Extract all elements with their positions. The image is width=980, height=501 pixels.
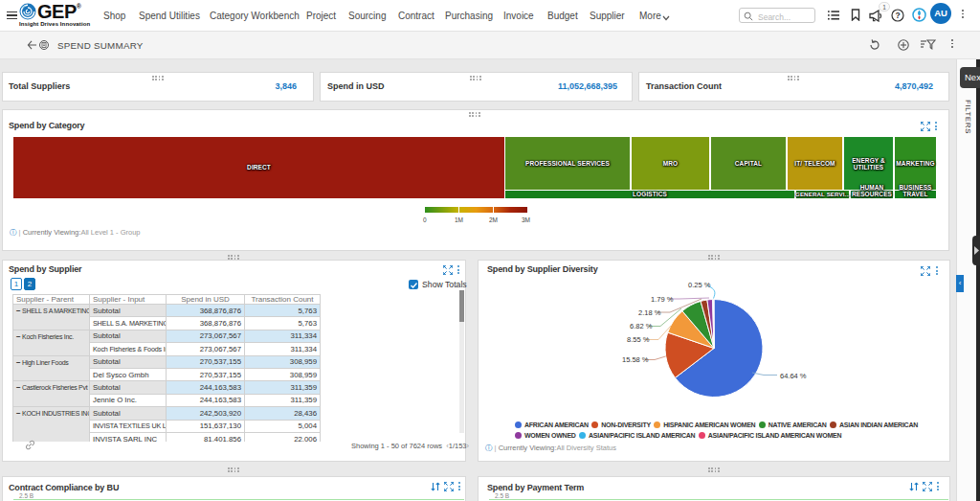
- svg-text:?: ?: [895, 11, 900, 20]
